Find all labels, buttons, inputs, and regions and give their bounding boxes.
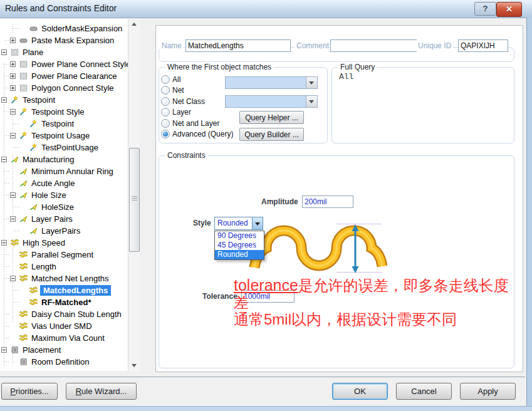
- window-border-bottom: [0, 406, 532, 411]
- highspeed-icon: [29, 286, 38, 295]
- highspeed-icon: [29, 298, 38, 307]
- expand-plus-icon[interactable]: [10, 38, 16, 43]
- unique-id-input[interactable]: [458, 39, 508, 52]
- tree-item-testpointusage[interactable]: TestPointUsage: [20, 142, 100, 153]
- tree-item-soldermaskexpansion[interactable]: SolderMaskExpansion: [20, 23, 123, 34]
- collapse-minus-icon[interactable]: [1, 347, 7, 353]
- tree-item-label: Maximum Via Count: [30, 333, 106, 343]
- scroll-down-icon[interactable]: [128, 360, 140, 371]
- tree-item-minimum-annular-ring[interactable]: Minimum Annular Ring: [10, 165, 115, 177]
- collapse-minus-icon[interactable]: [1, 49, 7, 55]
- collapse-minus-icon[interactable]: [10, 192, 16, 198]
- collapse-minus-icon[interactable]: [1, 157, 7, 162]
- amplitude-label: Amplitude: [261, 197, 298, 206]
- tree-item-rf-matched-[interactable]: RF-Matched*: [20, 296, 92, 308]
- plane-icon: [19, 60, 28, 69]
- tree-item-label: Placement: [21, 345, 62, 355]
- radio-net-label: Net: [172, 86, 184, 95]
- tree-item-parallel-segment[interactable]: Parallel Segment: [10, 249, 95, 261]
- tree-item-power-plane-clearance[interactable]: Power Plane Clearance: [10, 70, 118, 82]
- radio-row-net[interactable]: Net: [161, 85, 184, 95]
- tree-item-acute-angle[interactable]: Acute Angle: [10, 177, 76, 189]
- rule-wizard-button[interactable]: Rule Wizard...: [66, 383, 137, 400]
- expand-plus-icon[interactable]: [10, 85, 16, 91]
- apply-button[interactable]: Apply: [460, 383, 516, 400]
- tree-item-testpoint[interactable]: Testpoint: [20, 118, 75, 130]
- style-option-45-degrees[interactable]: 45 Degrees: [215, 241, 264, 250]
- radio-row-net-and-layer[interactable]: Net and Layer: [161, 118, 219, 128]
- tree-item-room-definition[interactable]: Room Definition: [10, 356, 91, 368]
- query-helper-button[interactable]: Query Helper ...: [239, 111, 304, 124]
- radio-row-net-class[interactable]: Net Class: [161, 96, 205, 106]
- net-class-dropdown: [225, 95, 318, 108]
- tree-item-length[interactable]: Length: [10, 261, 58, 273]
- tree-item-paste-mask-expansion[interactable]: Paste Mask Expansion: [10, 34, 115, 46]
- tree-item-testpoint[interactable]: Testpoint: [1, 94, 56, 106]
- highspeed-icon: [19, 262, 28, 271]
- scrollbar-thumb[interactable]: [129, 148, 140, 252]
- name-input[interactable]: [185, 39, 291, 52]
- amplitude-input[interactable]: [302, 195, 353, 208]
- tree-item-matched-net-lengths[interactable]: Matched Net Lengths: [10, 273, 110, 284]
- tree-item-hole-size[interactable]: Hole Size: [10, 189, 68, 201]
- priorities-button[interactable]: Priorities...: [1, 383, 58, 400]
- tree-item-power-plane-connect-style[interactable]: Power Plane Connect Style: [10, 58, 128, 70]
- query-builder-button[interactable]: Query Builder ...: [239, 128, 304, 141]
- annotation-line-2: 差: [234, 294, 249, 311]
- radio-net-and-layer-label: Net and Layer: [172, 119, 219, 128]
- collapse-minus-icon[interactable]: [10, 133, 16, 138]
- style-option-90-degrees[interactable]: 90 Degrees: [215, 231, 264, 241]
- tree-item-label: Power Plane Connect Style: [30, 59, 128, 70]
- radio-net-class[interactable]: [161, 97, 170, 106]
- tree-item-daisy-chain-stub-length[interactable]: Daisy Chain Stub Length: [10, 308, 123, 320]
- tree-item-layerpairs[interactable]: LayerPairs: [20, 225, 81, 237]
- highspeed-icon: [19, 250, 28, 259]
- radio-net[interactable]: [161, 86, 170, 95]
- radio-row-advanced-query[interactable]: Advanced (Query): [161, 129, 233, 138]
- tree-item-testpoint-usage[interactable]: Testpoint Usage: [10, 130, 91, 142]
- window-title: Rules and Constraints Editor: [5, 3, 117, 13]
- ok-button[interactable]: OK: [332, 383, 388, 400]
- tree-item-label: Layer Pairs: [30, 214, 74, 224]
- mask-icon: [29, 24, 38, 33]
- expand-plus-icon[interactable]: [10, 73, 16, 79]
- tree-item-testpoint-style[interactable]: Testpoint Style: [10, 106, 86, 118]
- close-button[interactable]: ✕: [496, 2, 522, 17]
- radio-row-layer[interactable]: Layer: [161, 107, 191, 117]
- radio-row-all[interactable]: All: [161, 75, 180, 84]
- collapse-minus-icon[interactable]: [10, 216, 16, 222]
- collapse-minus-icon[interactable]: [10, 276, 16, 281]
- comment-input[interactable]: [330, 39, 417, 52]
- collapse-minus-icon[interactable]: [1, 240, 7, 246]
- tree-item-maximum-via-count[interactable]: Maximum Via Count: [10, 332, 106, 344]
- tree-item-matchedlengths[interactable]: MatchedLengths: [20, 284, 111, 296]
- help-button[interactable]: ?: [474, 2, 496, 16]
- tree-item-label: Paste Mask Expansion: [30, 35, 115, 46]
- tree-item-high-speed[interactable]: High Speed: [1, 237, 66, 249]
- highspeed-icon: [19, 321, 28, 331]
- tree-item-vias-under-smd[interactable]: Vias Under SMD: [10, 320, 93, 332]
- tree-item-polygon-connect-style[interactable]: Polygon Connect Style: [10, 82, 115, 94]
- expand-plus-icon[interactable]: [10, 61, 16, 67]
- rules-tree[interactable]: SolderMaskExpansionPaste Mask ExpansionP…: [0, 19, 128, 371]
- close-icon: ✕: [506, 4, 513, 14]
- title-bar[interactable]: Rules and Constraints Editor ? ✕: [0, 0, 532, 18]
- collapse-minus-icon[interactable]: [1, 97, 7, 103]
- tree-item-plane[interactable]: Plane: [1, 46, 44, 58]
- style-option-rounded[interactable]: Rounded: [215, 250, 264, 259]
- radio-advanced-query[interactable]: [161, 130, 170, 138]
- tree-item-placement[interactable]: Placement: [1, 344, 62, 356]
- tree-scrollbar[interactable]: [128, 19, 140, 371]
- tree-item-layer-pairs[interactable]: Layer Pairs: [10, 213, 74, 225]
- radio-layer[interactable]: [161, 108, 170, 117]
- plane-icon: [10, 48, 19, 57]
- scroll-up-icon[interactable]: [128, 19, 140, 29]
- tree-item-manufacturing[interactable]: Manufacturing: [1, 153, 75, 165]
- radio-all[interactable]: [161, 75, 170, 84]
- cancel-button[interactable]: Cancel: [396, 383, 452, 400]
- chevron-down-icon: [306, 77, 317, 88]
- tree-item-holesize[interactable]: HoleSize: [20, 201, 75, 213]
- collapse-minus-icon[interactable]: [10, 109, 16, 115]
- radio-net-and-layer[interactable]: [161, 119, 170, 128]
- full-query-group-title: Full Query: [338, 63, 377, 71]
